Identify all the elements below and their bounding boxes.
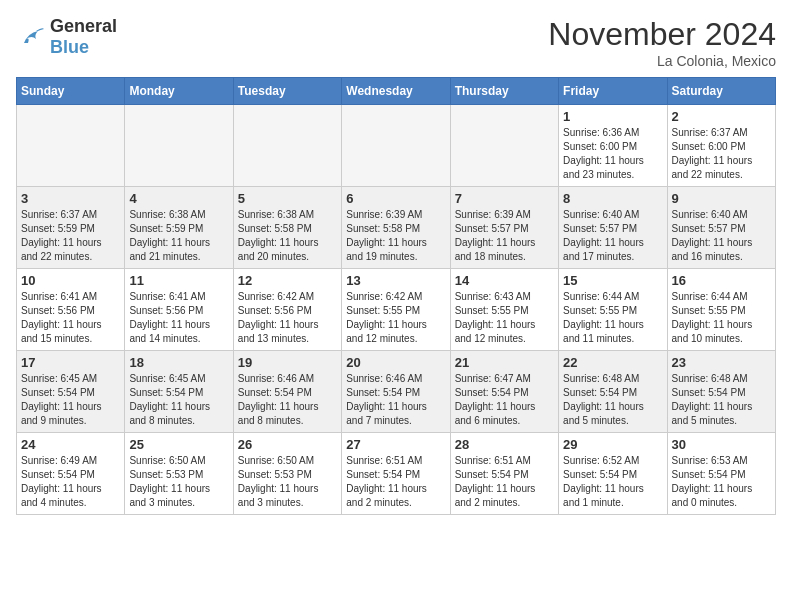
day-info: Sunrise: 6:53 AM Sunset: 5:54 PM Dayligh… bbox=[672, 454, 771, 510]
week-row-5: 24Sunrise: 6:49 AM Sunset: 5:54 PM Dayli… bbox=[17, 433, 776, 515]
day-info: Sunrise: 6:45 AM Sunset: 5:54 PM Dayligh… bbox=[129, 372, 228, 428]
week-row-4: 17Sunrise: 6:45 AM Sunset: 5:54 PM Dayli… bbox=[17, 351, 776, 433]
week-row-2: 3Sunrise: 6:37 AM Sunset: 5:59 PM Daylig… bbox=[17, 187, 776, 269]
calendar-cell: 26Sunrise: 6:50 AM Sunset: 5:53 PM Dayli… bbox=[233, 433, 341, 515]
month-title: November 2024 bbox=[548, 16, 776, 53]
calendar-cell: 8Sunrise: 6:40 AM Sunset: 5:57 PM Daylig… bbox=[559, 187, 667, 269]
week-row-3: 10Sunrise: 6:41 AM Sunset: 5:56 PM Dayli… bbox=[17, 269, 776, 351]
calendar-cell: 25Sunrise: 6:50 AM Sunset: 5:53 PM Dayli… bbox=[125, 433, 233, 515]
calendar-cell: 21Sunrise: 6:47 AM Sunset: 5:54 PM Dayli… bbox=[450, 351, 558, 433]
day-number: 2 bbox=[672, 109, 771, 124]
calendar-cell: 10Sunrise: 6:41 AM Sunset: 5:56 PM Dayli… bbox=[17, 269, 125, 351]
day-info: Sunrise: 6:44 AM Sunset: 5:55 PM Dayligh… bbox=[672, 290, 771, 346]
day-number: 16 bbox=[672, 273, 771, 288]
calendar-cell: 12Sunrise: 6:42 AM Sunset: 5:56 PM Dayli… bbox=[233, 269, 341, 351]
calendar-cell bbox=[233, 105, 341, 187]
location: La Colonia, Mexico bbox=[548, 53, 776, 69]
day-number: 1 bbox=[563, 109, 662, 124]
day-header-saturday: Saturday bbox=[667, 78, 775, 105]
day-info: Sunrise: 6:39 AM Sunset: 5:58 PM Dayligh… bbox=[346, 208, 445, 264]
calendar-cell: 19Sunrise: 6:46 AM Sunset: 5:54 PM Dayli… bbox=[233, 351, 341, 433]
day-info: Sunrise: 6:42 AM Sunset: 5:56 PM Dayligh… bbox=[238, 290, 337, 346]
day-number: 19 bbox=[238, 355, 337, 370]
calendar-cell: 23Sunrise: 6:48 AM Sunset: 5:54 PM Dayli… bbox=[667, 351, 775, 433]
day-number: 28 bbox=[455, 437, 554, 452]
day-number: 10 bbox=[21, 273, 120, 288]
day-info: Sunrise: 6:50 AM Sunset: 5:53 PM Dayligh… bbox=[238, 454, 337, 510]
day-number: 8 bbox=[563, 191, 662, 206]
calendar-cell: 18Sunrise: 6:45 AM Sunset: 5:54 PM Dayli… bbox=[125, 351, 233, 433]
calendar-cell bbox=[17, 105, 125, 187]
day-number: 24 bbox=[21, 437, 120, 452]
day-info: Sunrise: 6:41 AM Sunset: 5:56 PM Dayligh… bbox=[129, 290, 228, 346]
calendar-cell: 17Sunrise: 6:45 AM Sunset: 5:54 PM Dayli… bbox=[17, 351, 125, 433]
day-number: 11 bbox=[129, 273, 228, 288]
day-info: Sunrise: 6:46 AM Sunset: 5:54 PM Dayligh… bbox=[346, 372, 445, 428]
calendar-cell: 2Sunrise: 6:37 AM Sunset: 6:00 PM Daylig… bbox=[667, 105, 775, 187]
day-header-sunday: Sunday bbox=[17, 78, 125, 105]
calendar-cell: 11Sunrise: 6:41 AM Sunset: 5:56 PM Dayli… bbox=[125, 269, 233, 351]
calendar-cell: 20Sunrise: 6:46 AM Sunset: 5:54 PM Dayli… bbox=[342, 351, 450, 433]
day-info: Sunrise: 6:52 AM Sunset: 5:54 PM Dayligh… bbox=[563, 454, 662, 510]
calendar-cell: 14Sunrise: 6:43 AM Sunset: 5:55 PM Dayli… bbox=[450, 269, 558, 351]
day-info: Sunrise: 6:51 AM Sunset: 5:54 PM Dayligh… bbox=[346, 454, 445, 510]
calendar-cell: 30Sunrise: 6:53 AM Sunset: 5:54 PM Dayli… bbox=[667, 433, 775, 515]
day-info: Sunrise: 6:37 AM Sunset: 6:00 PM Dayligh… bbox=[672, 126, 771, 182]
day-number: 4 bbox=[129, 191, 228, 206]
day-header-thursday: Thursday bbox=[450, 78, 558, 105]
calendar-cell: 7Sunrise: 6:39 AM Sunset: 5:57 PM Daylig… bbox=[450, 187, 558, 269]
day-info: Sunrise: 6:37 AM Sunset: 5:59 PM Dayligh… bbox=[21, 208, 120, 264]
day-info: Sunrise: 6:50 AM Sunset: 5:53 PM Dayligh… bbox=[129, 454, 228, 510]
calendar-cell: 27Sunrise: 6:51 AM Sunset: 5:54 PM Dayli… bbox=[342, 433, 450, 515]
calendar-cell bbox=[125, 105, 233, 187]
day-number: 6 bbox=[346, 191, 445, 206]
calendar-cell: 15Sunrise: 6:44 AM Sunset: 5:55 PM Dayli… bbox=[559, 269, 667, 351]
day-number: 22 bbox=[563, 355, 662, 370]
day-info: Sunrise: 6:42 AM Sunset: 5:55 PM Dayligh… bbox=[346, 290, 445, 346]
day-number: 23 bbox=[672, 355, 771, 370]
day-number: 29 bbox=[563, 437, 662, 452]
day-header-friday: Friday bbox=[559, 78, 667, 105]
day-number: 13 bbox=[346, 273, 445, 288]
calendar-cell: 24Sunrise: 6:49 AM Sunset: 5:54 PM Dayli… bbox=[17, 433, 125, 515]
logo-general: General bbox=[50, 16, 117, 36]
day-info: Sunrise: 6:39 AM Sunset: 5:57 PM Dayligh… bbox=[455, 208, 554, 264]
day-info: Sunrise: 6:46 AM Sunset: 5:54 PM Dayligh… bbox=[238, 372, 337, 428]
calendar-cell: 29Sunrise: 6:52 AM Sunset: 5:54 PM Dayli… bbox=[559, 433, 667, 515]
day-info: Sunrise: 6:44 AM Sunset: 5:55 PM Dayligh… bbox=[563, 290, 662, 346]
day-number: 20 bbox=[346, 355, 445, 370]
day-number: 5 bbox=[238, 191, 337, 206]
calendar-cell: 9Sunrise: 6:40 AM Sunset: 5:57 PM Daylig… bbox=[667, 187, 775, 269]
calendar-cell: 16Sunrise: 6:44 AM Sunset: 5:55 PM Dayli… bbox=[667, 269, 775, 351]
day-number: 25 bbox=[129, 437, 228, 452]
day-number: 3 bbox=[21, 191, 120, 206]
day-info: Sunrise: 6:49 AM Sunset: 5:54 PM Dayligh… bbox=[21, 454, 120, 510]
calendar-cell: 3Sunrise: 6:37 AM Sunset: 5:59 PM Daylig… bbox=[17, 187, 125, 269]
day-number: 7 bbox=[455, 191, 554, 206]
day-number: 21 bbox=[455, 355, 554, 370]
calendar-cell bbox=[342, 105, 450, 187]
day-info: Sunrise: 6:38 AM Sunset: 5:58 PM Dayligh… bbox=[238, 208, 337, 264]
calendar-cell bbox=[450, 105, 558, 187]
calendar-cell: 1Sunrise: 6:36 AM Sunset: 6:00 PM Daylig… bbox=[559, 105, 667, 187]
week-row-1: 1Sunrise: 6:36 AM Sunset: 6:00 PM Daylig… bbox=[17, 105, 776, 187]
page-header: General Blue November 2024 La Colonia, M… bbox=[16, 16, 776, 69]
calendar-cell: 6Sunrise: 6:39 AM Sunset: 5:58 PM Daylig… bbox=[342, 187, 450, 269]
day-number: 15 bbox=[563, 273, 662, 288]
calendar-table: SundayMondayTuesdayWednesdayThursdayFrid… bbox=[16, 77, 776, 515]
calendar-cell: 5Sunrise: 6:38 AM Sunset: 5:58 PM Daylig… bbox=[233, 187, 341, 269]
day-info: Sunrise: 6:36 AM Sunset: 6:00 PM Dayligh… bbox=[563, 126, 662, 182]
day-header-tuesday: Tuesday bbox=[233, 78, 341, 105]
day-number: 17 bbox=[21, 355, 120, 370]
day-info: Sunrise: 6:45 AM Sunset: 5:54 PM Dayligh… bbox=[21, 372, 120, 428]
calendar-cell: 22Sunrise: 6:48 AM Sunset: 5:54 PM Dayli… bbox=[559, 351, 667, 433]
logo-blue: Blue bbox=[50, 37, 89, 57]
day-number: 27 bbox=[346, 437, 445, 452]
day-info: Sunrise: 6:47 AM Sunset: 5:54 PM Dayligh… bbox=[455, 372, 554, 428]
day-info: Sunrise: 6:51 AM Sunset: 5:54 PM Dayligh… bbox=[455, 454, 554, 510]
day-number: 18 bbox=[129, 355, 228, 370]
day-info: Sunrise: 6:43 AM Sunset: 5:55 PM Dayligh… bbox=[455, 290, 554, 346]
day-number: 9 bbox=[672, 191, 771, 206]
day-info: Sunrise: 6:38 AM Sunset: 5:59 PM Dayligh… bbox=[129, 208, 228, 264]
logo-bird-icon bbox=[16, 25, 46, 49]
